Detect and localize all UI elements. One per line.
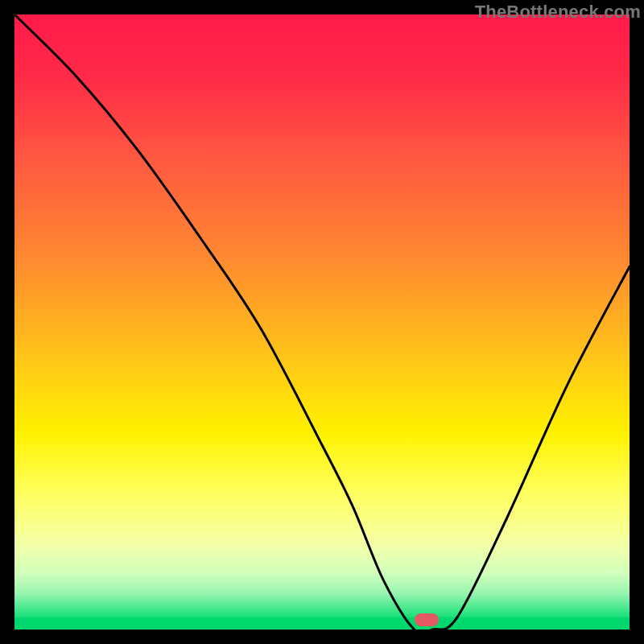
bottleneck-curve bbox=[14, 14, 630, 630]
optimum-marker bbox=[415, 613, 439, 626]
chart-frame: TheBottleneck.com bbox=[0, 0, 644, 644]
watermark-label: TheBottleneck.com bbox=[475, 2, 641, 23]
plot-area bbox=[14, 14, 630, 630]
curve-path bbox=[14, 14, 630, 630]
